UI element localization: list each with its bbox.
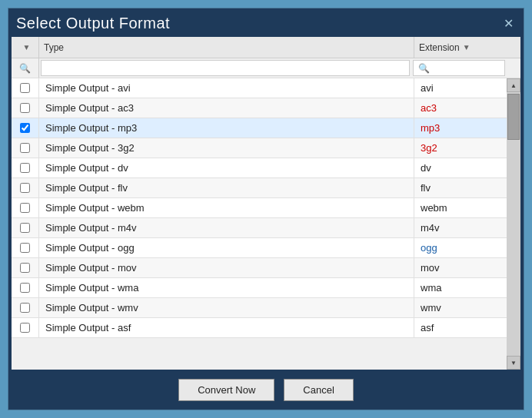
- table-row: Simple Output - 3g2 3g2: [12, 138, 507, 158]
- header-type-col: Type: [39, 37, 414, 58]
- row-type-cell: Simple Output - mov: [39, 258, 414, 277]
- row-checkbox-col: [12, 318, 39, 337]
- scrollbar-thumb[interactable]: [507, 94, 520, 140]
- type-search-field-container: [41, 60, 410, 76]
- row-checkbox[interactable]: [20, 163, 30, 173]
- row-extension-cell: dv: [414, 158, 507, 177]
- scrollbar-up-button[interactable]: ▲: [507, 78, 520, 92]
- row-extension-cell: wma: [414, 278, 507, 297]
- extension-search-icon: 🔍: [418, 63, 430, 74]
- row-type-cell: Simple Output - avi: [39, 78, 414, 98]
- title-bar: Select Output Format ✕: [8, 8, 524, 37]
- row-checkbox[interactable]: [20, 183, 30, 193]
- scrollbar-down-button[interactable]: ▼: [507, 356, 520, 370]
- row-checkbox-col: [12, 238, 39, 257]
- table-row: Simple Output - webm webm: [12, 198, 507, 218]
- row-type-cell: Simple Output - ogg: [39, 238, 414, 257]
- table-row: Simple Output - m4v m4v: [12, 218, 507, 238]
- row-type-cell: Simple Output - asf: [39, 318, 414, 337]
- row-type-cell: Simple Output - ac3: [39, 98, 414, 118]
- row-checkbox[interactable]: [20, 283, 30, 293]
- table-row: Simple Output - avi avi: [12, 78, 507, 98]
- row-checkbox[interactable]: [20, 323, 30, 333]
- select-output-format-dialog: Select Output Format ✕ ▼ Type Extension …: [8, 8, 524, 410]
- format-table: ▼ Type Extension ▼ 🔍 🔍: [12, 37, 520, 370]
- row-extension-cell: mp3: [414, 118, 507, 138]
- table-row: Simple Output - mov mov: [12, 258, 507, 278]
- row-checkbox-col: [12, 98, 39, 118]
- row-extension-cell: m4v: [414, 218, 507, 237]
- header-extension-col: Extension ▼: [414, 37, 507, 58]
- table-row: Simple Output - dv dv: [12, 158, 507, 178]
- type-column-header: Type: [44, 42, 64, 53]
- cancel-button[interactable]: Cancel: [284, 379, 353, 401]
- row-extension-cell: avi: [414, 78, 507, 98]
- row-checkbox-col: [12, 258, 39, 277]
- row-type-cell: Simple Output - m4v: [39, 218, 414, 237]
- header-check-col: ▼: [12, 37, 39, 58]
- search-row: 🔍 🔍: [12, 58, 520, 78]
- search-check-col: 🔍: [12, 58, 39, 78]
- row-checkbox[interactable]: [20, 203, 30, 213]
- row-type-cell: Simple Output - dv: [39, 158, 414, 177]
- table-row: Simple Output - wma wma: [12, 278, 507, 298]
- table-row: Simple Output - flv flv: [12, 178, 507, 198]
- row-checkbox-col: [12, 118, 39, 138]
- row-checkbox-col: [12, 78, 39, 98]
- type-sort-icon[interactable]: ▼: [23, 43, 31, 51]
- table-row: Simple Output - ac3 ac3: [12, 98, 507, 118]
- row-checkbox[interactable]: [20, 303, 30, 313]
- table-row: Simple Output - wmv wmv: [12, 298, 507, 318]
- close-button[interactable]: ✕: [500, 16, 516, 32]
- row-checkbox-col: [12, 178, 39, 197]
- row-extension-cell: wmv: [414, 298, 507, 317]
- row-extension-cell: ac3: [414, 98, 507, 118]
- row-checkbox[interactable]: [20, 83, 30, 93]
- scrollbar-track: ▲ ▼: [507, 78, 520, 370]
- row-checkbox-col: [12, 298, 39, 317]
- row-checkbox[interactable]: [20, 103, 30, 113]
- row-extension-cell: webm: [414, 198, 507, 217]
- row-checkbox[interactable]: [20, 143, 30, 153]
- row-type-cell: Simple Output - wma: [39, 278, 414, 297]
- rows-area: Simple Output - avi avi Simple Output - …: [12, 78, 520, 370]
- type-search-icon: 🔍: [19, 63, 31, 74]
- row-extension-cell: asf: [414, 318, 507, 337]
- rows-list: Simple Output - avi avi Simple Output - …: [12, 78, 507, 370]
- row-type-cell: Simple Output - flv: [39, 178, 414, 197]
- table-header-row: ▼ Type Extension ▼: [12, 37, 520, 58]
- row-extension-cell: flv: [414, 178, 507, 197]
- row-checkbox[interactable]: [20, 263, 30, 273]
- table-row: Simple Output - ogg ogg: [12, 238, 507, 258]
- row-type-cell: Simple Output - mp3: [39, 118, 414, 138]
- convert-now-button[interactable]: Convert Now: [178, 379, 274, 401]
- row-checkbox[interactable]: [20, 243, 30, 253]
- row-extension-cell: ogg: [414, 238, 507, 257]
- row-extension-cell: 3g2: [414, 138, 507, 158]
- dialog-title: Select Output Format: [16, 15, 170, 32]
- extension-column-header: Extension: [419, 42, 460, 53]
- row-type-cell: Simple Output - wmv: [39, 298, 414, 317]
- table-row: Simple Output - mp3 mp3: [12, 118, 507, 138]
- table-row: Simple Output - asf asf: [12, 318, 507, 338]
- row-checkbox-col: [12, 158, 39, 177]
- dialog-footer: Convert Now Cancel: [8, 370, 524, 410]
- row-checkbox-col: [12, 198, 39, 217]
- row-checkbox-col: [12, 278, 39, 297]
- extension-search-field-container: 🔍: [413, 60, 505, 76]
- type-search-input[interactable]: [45, 63, 406, 74]
- row-extension-cell: mov: [414, 258, 507, 277]
- row-type-cell: Simple Output - webm: [39, 198, 414, 217]
- row-checkbox[interactable]: [20, 223, 30, 233]
- row-checkbox-col: [12, 218, 39, 237]
- extension-sort-icon[interactable]: ▼: [463, 43, 470, 51]
- row-checkbox[interactable]: [20, 123, 30, 133]
- row-checkbox-col: [12, 138, 39, 158]
- row-type-cell: Simple Output - 3g2: [39, 138, 414, 158]
- extension-search-input[interactable]: [430, 63, 520, 74]
